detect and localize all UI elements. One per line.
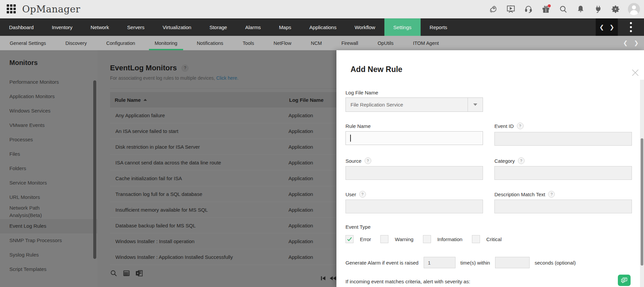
event-id-label: Event ID ?	[494, 123, 524, 129]
modal-dim-overlay[interactable]	[0, 50, 336, 287]
subnav-ncm[interactable]: NCM	[301, 36, 332, 50]
subnav-discovery[interactable]: Discovery	[56, 36, 97, 50]
user-label: User ?	[345, 191, 366, 198]
avatar-head	[632, 5, 636, 9]
nav-tab-alarms[interactable]: Alarms	[236, 18, 270, 36]
alarm-seconds-input[interactable]	[495, 257, 530, 268]
event-id-input[interactable]	[494, 132, 632, 146]
nav-tab-workflow[interactable]: Workflow	[345, 18, 384, 36]
nav-scroll-right-icon[interactable]: ❯	[609, 24, 614, 30]
category-input[interactable]	[494, 166, 632, 180]
app-logo: OpManager	[22, 4, 80, 15]
warning-checkbox[interactable]	[380, 235, 388, 243]
information-checkbox[interactable]	[423, 235, 431, 243]
alarm-times-input[interactable]	[424, 257, 455, 268]
alarm-suffix-text: seconds (optional)	[535, 260, 576, 266]
add-new-rule-panel: Add New Rule Log File Name File Replicat…	[336, 50, 644, 287]
critical-checkbox-label: Critical	[486, 236, 502, 242]
event-type-options: Error Warning Information Critical	[345, 235, 511, 243]
panel-title: Add New Rule	[351, 65, 402, 74]
close-icon[interactable]	[631, 68, 640, 77]
rocket-icon[interactable]	[488, 4, 498, 14]
content-region: Monitors Performance Monitors Applicatio…	[0, 50, 644, 287]
subnav-general-settings[interactable]: General Settings	[0, 36, 56, 50]
user-avatar[interactable]	[628, 3, 640, 15]
nav-overflow-menu-icon[interactable]	[618, 18, 644, 36]
category-help-icon[interactable]: ?	[518, 157, 525, 164]
subnav-notifications[interactable]: Notifications	[187, 36, 233, 50]
subnav-configuration[interactable]: Configuration	[97, 36, 145, 50]
information-checkbox-label: Information	[437, 236, 463, 242]
alarm-middle-text: time(s) within	[461, 260, 490, 266]
event-id-help-icon[interactable]: ?	[517, 123, 524, 129]
subnav-netflow[interactable]: NetFlow	[264, 36, 301, 50]
checkmark-icon	[346, 236, 353, 242]
apps-grid-icon[interactable]	[7, 4, 16, 14]
select-arrow-box	[468, 98, 483, 112]
panel-scrollbar-track[interactable]	[640, 80, 644, 287]
nav-tab-applications[interactable]: Applications	[300, 18, 345, 36]
nav-tab-network[interactable]: Network	[82, 18, 118, 36]
chat-bubbles-icon	[621, 277, 628, 284]
nav-tab-virtualization[interactable]: Virtualization	[154, 18, 201, 36]
nav-tab-maps[interactable]: Maps	[270, 18, 301, 36]
gift-icon[interactable]	[541, 4, 551, 14]
plug-icon[interactable]	[593, 4, 603, 14]
user-help-icon[interactable]: ?	[359, 191, 366, 198]
opmanager-screen: OpManager	[0, 0, 644, 287]
bell-icon[interactable]	[576, 4, 586, 14]
warning-checkbox-label: Warning	[395, 236, 413, 242]
text-cursor	[350, 135, 351, 142]
search-icon[interactable]	[558, 4, 568, 14]
log-file-name-label: Log File Name	[345, 90, 378, 95]
source-input[interactable]	[345, 166, 483, 180]
nav-tab-dashboard[interactable]: Dashboard	[0, 18, 43, 36]
nav-tab-settings[interactable]: Settings	[384, 18, 421, 36]
alarm-prefix-text: Generate Alarm if event is raised	[345, 260, 419, 266]
error-checkbox[interactable]	[345, 235, 354, 243]
nav-scroll-arrows: ❮ ❯	[596, 18, 618, 36]
rule-name-label: Rule Name	[345, 123, 371, 129]
error-checkbox-label: Error	[360, 236, 371, 242]
presentation-play-icon[interactable]	[506, 4, 516, 14]
header-icon-group	[488, 3, 640, 15]
settings-subnav: General Settings Discovery Configuration…	[0, 36, 644, 50]
description-match-label: Description Match Text ?	[494, 191, 555, 198]
log-file-name-select[interactable]: File Replication Service	[345, 97, 483, 112]
subnav-tools[interactable]: Tools	[233, 36, 264, 50]
nav-tab-storage[interactable]: Storage	[200, 18, 236, 36]
avatar-body	[630, 10, 638, 15]
main-navigation: Dashboard Inventory Network Servers Virt…	[0, 18, 644, 36]
rule-name-input[interactable]	[345, 131, 483, 145]
headset-icon[interactable]	[523, 4, 533, 14]
category-label: Category ?	[494, 157, 525, 164]
subnav-firewall[interactable]: Firewall	[332, 36, 368, 50]
event-type-label: Event Type	[345, 224, 371, 230]
nav-tab-reports[interactable]: Reports	[421, 18, 457, 36]
source-label: Source ?	[345, 157, 371, 164]
description-match-input[interactable]	[494, 200, 632, 213]
critical-checkbox[interactable]	[472, 235, 480, 243]
severity-instruction-text: If incoming event matches criteria, aler…	[345, 279, 470, 284]
subnav-oputils[interactable]: OpUtils	[368, 36, 404, 50]
subnav-scroll-arrows: ❮ ❯	[623, 36, 644, 50]
gear-icon[interactable]	[610, 4, 621, 14]
panel-scrollbar-thumb[interactable]	[641, 138, 643, 266]
gift-notification-dot	[548, 4, 551, 7]
subnav-scroll-right-icon[interactable]: ❯	[634, 40, 639, 47]
user-input[interactable]	[345, 200, 483, 213]
chat-support-button[interactable]	[618, 275, 631, 286]
subnav-itom-agent[interactable]: ITOM Agent	[403, 36, 448, 50]
generate-alarm-row: Generate Alarm if event is raised time(s…	[345, 257, 576, 268]
nav-scroll-left-icon[interactable]: ❮	[599, 24, 604, 30]
subnav-monitoring[interactable]: Monitoring	[145, 36, 187, 50]
nav-tab-inventory[interactable]: Inventory	[43, 18, 82, 36]
subnav-scroll-left-icon[interactable]: ❮	[623, 40, 628, 47]
description-match-help-icon[interactable]: ?	[548, 191, 555, 198]
top-header: OpManager	[0, 0, 644, 18]
chevron-down-icon	[473, 103, 477, 106]
nav-tab-servers[interactable]: Servers	[118, 18, 154, 36]
source-help-icon[interactable]: ?	[365, 157, 371, 164]
